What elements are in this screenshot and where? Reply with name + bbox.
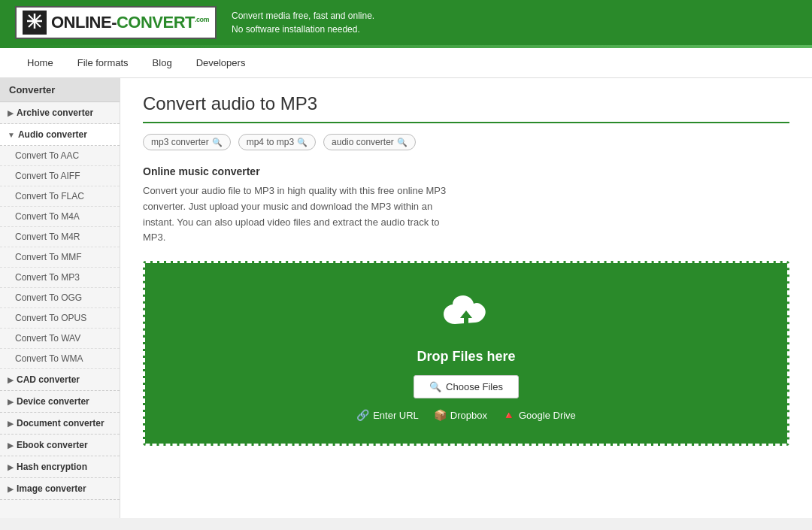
sidebar-subitem-wav[interactable]: Convert To WAV — [0, 329, 120, 349]
logo[interactable]: ONLINE-CONVERT.com — [15, 6, 217, 39]
enter-url-link[interactable]: 🔗 Enter URL — [356, 409, 419, 421]
sidebar-subitem-aiff[interactable]: Convert To AIFF — [0, 166, 120, 186]
arrow-icon: ▶ — [8, 485, 14, 493]
google-drive-link[interactable]: 🔺 Google Drive — [502, 409, 576, 421]
sidebar-subitem-m4r[interactable]: Convert To M4R — [0, 227, 120, 247]
sidebar-item-ebook-converter[interactable]: ▶ Ebook converter — [0, 435, 120, 456]
nav-home[interactable]: Home — [15, 48, 65, 77]
sidebar-item-archive-converter[interactable]: ▶ Archive converter — [0, 102, 120, 124]
search-pill-mp4[interactable]: mp4 to mp3 🔍 — [238, 134, 316, 150]
sidebar-subitem-flac[interactable]: Convert To FLAC — [0, 186, 120, 207]
dropbox-link[interactable]: 📦 Dropbox — [434, 409, 487, 421]
drop-links: 🔗 Enter URL 📦 Dropbox 🔺 Google Drive — [356, 409, 576, 421]
sidebar-header: Converter — [0, 78, 120, 102]
section-desc: Convert your audio file to MP3 in high q… — [143, 183, 459, 246]
header: ONLINE-CONVERT.com Convert media free, f… — [0, 0, 812, 45]
search-pill-audio[interactable]: audio converter 🔍 — [323, 134, 416, 150]
sidebar: Converter ▶ Archive converter ▼ Audio co… — [0, 78, 120, 518]
sidebar-item-document-converter[interactable]: ▶ Document converter — [0, 413, 120, 435]
sidebar-subitem-mp3[interactable]: Convert To MP3 — [0, 268, 120, 288]
sidebar-subitem-m4a[interactable]: Convert To M4A — [0, 207, 120, 227]
logo-text: ONLINE-CONVERT.com — [51, 13, 209, 32]
search-icon: 🔍 — [397, 138, 408, 147]
sidebar-item-audio-converter[interactable]: ▼ Audio converter — [0, 124, 120, 146]
choose-files-button[interactable]: 🔍 Choose Files — [414, 375, 519, 398]
search-icon: 🔍 — [212, 138, 223, 147]
search-icon: 🔍 — [297, 138, 308, 147]
nav-file-formats[interactable]: File formats — [65, 48, 141, 77]
search-pills: mp3 converter 🔍 mp4 to mp3 🔍 audio conve… — [143, 134, 789, 150]
nav: Home File formats Blog Developers — [0, 48, 812, 78]
sidebar-item-image-converter[interactable]: ▶ Image converter — [0, 478, 120, 500]
logo-icon — [23, 11, 47, 35]
sidebar-subitem-opus[interactable]: Convert To OPUS — [0, 308, 120, 329]
link-icon: 🔗 — [356, 409, 369, 421]
green-divider — [143, 122, 789, 123]
arrow-icon: ▶ — [8, 376, 14, 384]
sidebar-item-device-converter[interactable]: ▶ Device converter — [0, 391, 120, 413]
main-layout: Converter ▶ Archive converter ▼ Audio co… — [0, 78, 812, 518]
drop-zone[interactable]: Drop Files here 🔍 Choose Files 🔗 Enter U… — [143, 261, 789, 446]
arrow-icon: ▶ — [8, 419, 14, 428]
arrow-icon: ▶ — [8, 109, 14, 117]
arrow-icon: ▶ — [8, 398, 14, 406]
sidebar-subitem-mmf[interactable]: Convert To MMF — [0, 247, 120, 268]
sidebar-item-hash-encryption[interactable]: ▶ Hash encryption — [0, 456, 120, 478]
sidebar-item-cad-converter[interactable]: ▶ CAD converter — [0, 369, 120, 391]
section-title: Online music converter — [143, 165, 789, 177]
content-area: Convert audio to MP3 mp3 converter 🔍 mp4… — [120, 78, 812, 518]
arrow-icon: ▶ — [8, 441, 14, 450]
search-icon: 🔍 — [429, 381, 441, 392]
drop-text: Drop Files here — [417, 349, 515, 365]
arrow-icon: ▶ — [8, 463, 14, 471]
sidebar-subitem-aac[interactable]: Convert To AAC — [0, 146, 120, 166]
page-title: Convert audio to MP3 — [143, 93, 789, 114]
google-drive-icon: 🔺 — [502, 409, 515, 421]
dropbox-icon: 📦 — [434, 409, 447, 421]
sidebar-subitem-wma[interactable]: Convert To WMA — [0, 349, 120, 369]
search-pill-mp3[interactable]: mp3 converter 🔍 — [143, 134, 231, 150]
header-tagline: Convert media free, fast and online. No … — [232, 9, 374, 36]
sidebar-subitem-ogg[interactable]: Convert To OGG — [0, 288, 120, 308]
arrow-icon: ▼ — [8, 131, 15, 139]
nav-developers[interactable]: Developers — [184, 48, 258, 77]
nav-blog[interactable]: Blog — [141, 48, 184, 77]
upload-icon — [444, 293, 489, 338]
